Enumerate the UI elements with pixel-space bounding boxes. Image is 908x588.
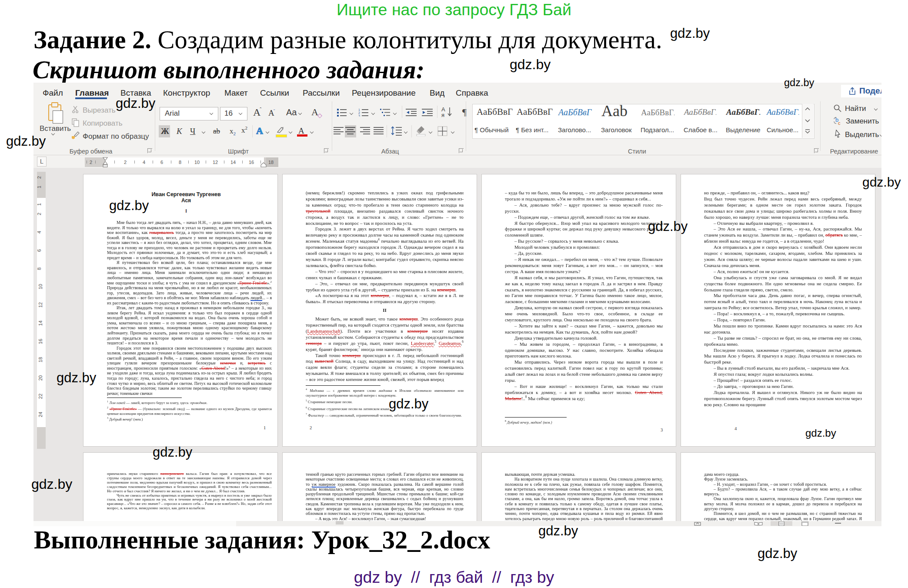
- svg-text:c: c: [838, 120, 841, 126]
- svg-text:3: 3: [358, 114, 360, 117]
- svg-text:2: 2: [358, 111, 360, 114]
- svg-text:1: 1: [358, 108, 360, 111]
